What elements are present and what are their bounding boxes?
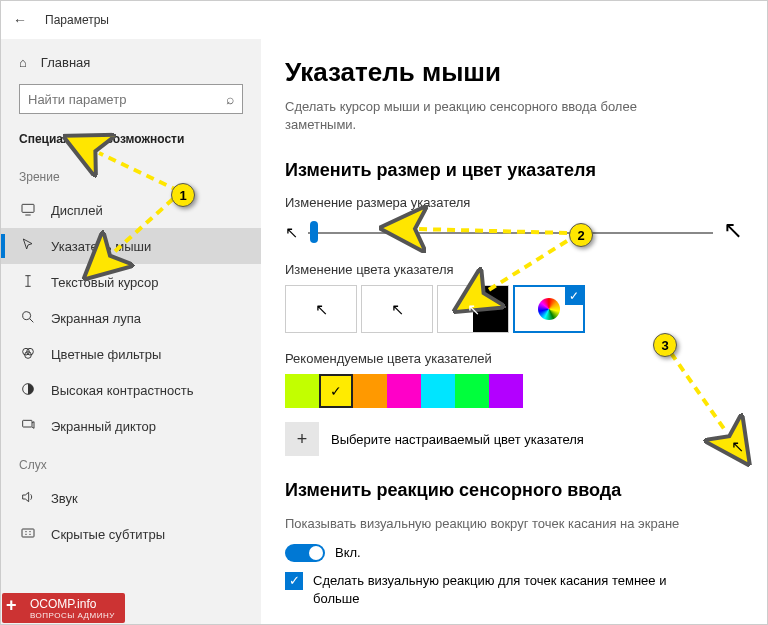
group-vision: Зрение: [1, 156, 261, 192]
color-filters-icon: [19, 345, 37, 364]
page-desc: Сделать курсор мыши и реакцию сенсорного…: [285, 98, 705, 134]
palette-color-1[interactable]: [319, 374, 353, 408]
sidebar: ⌂ Главная ⌕ Специальные возможности Зрен…: [1, 39, 261, 624]
sidebar-item-audio[interactable]: Звук: [1, 480, 261, 516]
svg-point-3: [23, 311, 31, 319]
svg-rect-0: [22, 204, 34, 212]
touch-desc: Показывать визуальную реакцию вокруг точ…: [285, 515, 705, 533]
plus-icon[interactable]: +: [285, 422, 319, 456]
section-touch: Изменить реакцию сенсорного ввода: [285, 480, 743, 501]
pointer-size-slider-row: ↖ ↖: [285, 218, 743, 246]
search-box[interactable]: ⌕: [19, 84, 243, 114]
pointer-size-slider[interactable]: [308, 222, 713, 242]
palette-color-4[interactable]: [421, 374, 455, 408]
section-accessibility: Специальные возможности: [1, 128, 261, 156]
touch-darker-checkbox[interactable]: ✓: [285, 572, 303, 590]
contrast-icon: [19, 381, 37, 400]
pointer-color-white[interactable]: ↖: [285, 285, 357, 333]
size-label: Изменение размера указателя: [285, 195, 743, 210]
touch-feedback-toggle[interactable]: [285, 544, 325, 562]
sidebar-item-display[interactable]: Дисплей: [1, 192, 261, 228]
sidebar-item-magnifier[interactable]: Экранная лупа: [1, 300, 261, 336]
pointer-color-black[interactable]: ↖: [361, 285, 433, 333]
window-title: Параметры: [45, 13, 109, 27]
display-icon: [19, 201, 37, 220]
search-icon: ⌕: [226, 91, 234, 107]
watermark-top: OCOMP.info: [30, 597, 96, 611]
section-size-color: Изменить размер и цвет указателя: [285, 160, 743, 181]
watermark-bottom: ВОПРОСЫ АДМИНУ: [30, 611, 115, 620]
pointer-color-options: ↖ ↖ ↖: [285, 285, 743, 333]
sidebar-item-text-cursor[interactable]: Текстовый курсор: [1, 264, 261, 300]
touch-darker-check-row: ✓ Сделать визуальную реакцию для точек к…: [285, 572, 705, 608]
page-title: Указатель мыши: [285, 57, 743, 88]
magnifier-icon: [19, 309, 37, 328]
palette-color-0[interactable]: [285, 374, 319, 408]
sidebar-item-narrator[interactable]: Экранный диктор: [1, 408, 261, 444]
sidebar-item-color-filters[interactable]: Цветные фильтры: [1, 336, 261, 372]
cursor-icon: [19, 237, 37, 256]
text-cursor-icon: [19, 273, 37, 292]
svg-rect-10: [22, 529, 34, 537]
palette-color-5[interactable]: [455, 374, 489, 408]
recommended-colors: [285, 374, 743, 408]
touch-feedback-toggle-row: Вкл.: [285, 544, 743, 562]
audio-icon: [19, 489, 37, 508]
captions-icon: [19, 525, 37, 544]
cursor-small-icon: ↖: [285, 223, 298, 242]
rec-colors-label: Рекомендуемые цвета указателей: [285, 351, 743, 366]
result-cursor-icon: ↖: [731, 437, 744, 456]
narrator-icon: [19, 417, 37, 436]
custom-color-label: Выберите настраиваемый цвет указателя: [331, 432, 584, 447]
sidebar-item-mouse-pointer[interactable]: Указатель мыши: [1, 228, 261, 264]
back-icon[interactable]: ←: [13, 12, 27, 28]
sidebar-item-high-contrast[interactable]: Высокая контрастность: [1, 372, 261, 408]
color-label: Изменение цвета указателя: [285, 262, 743, 277]
palette-color-2[interactable]: [353, 374, 387, 408]
toggle-state-label: Вкл.: [335, 545, 361, 560]
pointer-color-custom[interactable]: [513, 285, 585, 333]
rainbow-icon: [538, 298, 560, 320]
search-input[interactable]: [28, 92, 226, 107]
sidebar-item-captions[interactable]: Скрытые субтитры: [1, 516, 261, 552]
pointer-color-inverted[interactable]: ↖: [437, 285, 509, 333]
svg-line-4: [30, 319, 33, 322]
palette-color-3[interactable]: [387, 374, 421, 408]
group-hearing: Слух: [1, 444, 261, 480]
touch-darker-label: Сделать визуальную реакцию для точек кас…: [313, 572, 705, 608]
custom-color-row[interactable]: + Выберите настраиваемый цвет указателя: [285, 422, 743, 456]
svg-rect-9: [23, 420, 32, 427]
palette-color-6[interactable]: [489, 374, 523, 408]
home-link[interactable]: ⌂ Главная: [1, 49, 261, 76]
watermark: OCOMP.info ВОПРОСЫ АДМИНУ: [2, 593, 125, 623]
home-label: Главная: [41, 55, 90, 70]
window-header: ← Параметры: [1, 1, 767, 39]
main-content: Указатель мыши Сделать курсор мыши и реа…: [261, 39, 767, 624]
cursor-large-icon: ↖: [723, 216, 743, 244]
home-icon: ⌂: [19, 55, 27, 70]
